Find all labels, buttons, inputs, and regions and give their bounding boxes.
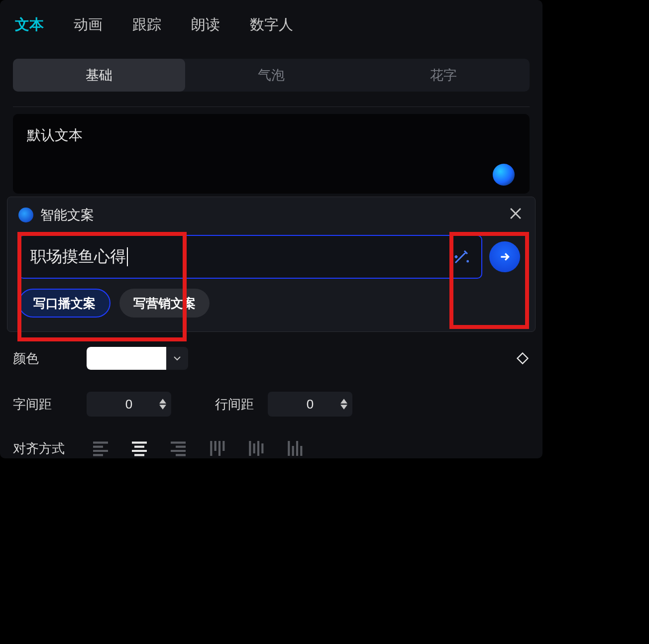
align-vertical-right-icon[interactable] bbox=[285, 438, 305, 458]
input-row: 职场摸鱼心得 bbox=[18, 235, 524, 279]
tab-track[interactable]: 跟踪 bbox=[132, 15, 161, 35]
top-tabs: 文本 动画 跟踪 朗读 数字人 bbox=[0, 0, 542, 47]
smart-copy-input[interactable]: 职场摸鱼心得 bbox=[18, 235, 482, 279]
align-right-icon[interactable] bbox=[168, 438, 188, 458]
align-vertical-left-icon[interactable] bbox=[207, 438, 227, 458]
color-dropdown-icon[interactable] bbox=[166, 347, 188, 370]
letter-spacing-value: 0 bbox=[125, 397, 132, 412]
text-input-area[interactable]: 默认文本 bbox=[13, 114, 530, 194]
sub-tabs: 基础 气泡 花字 bbox=[13, 59, 530, 92]
input-group: 职场摸鱼心得 写口播文案 写营销文案 bbox=[18, 235, 524, 318]
chip-marketing-copy[interactable]: 写营销文案 bbox=[119, 289, 210, 318]
tab-animation[interactable]: 动画 bbox=[74, 15, 103, 35]
close-icon[interactable] bbox=[507, 205, 524, 222]
properties-section: 颜色 字间距 0 行间距 0 bbox=[0, 332, 542, 458]
popover-title: 智能文案 bbox=[40, 206, 94, 224]
color-swatch-white bbox=[87, 347, 166, 370]
color-label: 颜色 bbox=[13, 350, 73, 367]
letter-spacing-input[interactable]: 0 bbox=[87, 392, 171, 417]
line-spacing-value: 0 bbox=[307, 397, 314, 412]
smart-copy-popover: 智能文案 职场摸鱼心得 bbox=[7, 197, 536, 332]
ai-orb-icon[interactable] bbox=[493, 164, 515, 186]
subtab-basic[interactable]: 基础 bbox=[13, 59, 185, 92]
align-left-icon[interactable] bbox=[91, 438, 110, 458]
magic-wand-icon[interactable] bbox=[452, 248, 470, 266]
input-text: 职场摸鱼心得 bbox=[30, 246, 126, 268]
subtab-fancy[interactable]: 花字 bbox=[357, 59, 530, 92]
color-row: 颜色 bbox=[13, 347, 530, 370]
line-spacing-input[interactable]: 0 bbox=[268, 392, 352, 417]
popover-header: 智能文案 bbox=[18, 206, 524, 224]
tab-digital[interactable]: 数字人 bbox=[250, 15, 293, 35]
align-icons bbox=[91, 438, 305, 458]
divider bbox=[13, 107, 530, 107]
align-label: 对齐方式 bbox=[13, 440, 73, 457]
chip-row: 写口播文案 写营销文案 bbox=[18, 289, 524, 318]
ai-dot-icon bbox=[18, 208, 33, 222]
stepper-arrows-icon[interactable] bbox=[159, 399, 166, 410]
align-vertical-center-icon[interactable] bbox=[246, 438, 266, 458]
tab-read[interactable]: 朗读 bbox=[191, 15, 220, 35]
spacing-row: 字间距 0 行间距 0 bbox=[13, 392, 530, 417]
default-text: 默认文本 bbox=[27, 127, 83, 143]
keyframe-diamond-icon[interactable] bbox=[516, 351, 530, 365]
letter-spacing-label: 字间距 bbox=[13, 396, 73, 413]
submit-button[interactable] bbox=[489, 241, 520, 272]
line-spacing-label: 行间距 bbox=[215, 396, 254, 413]
color-picker[interactable] bbox=[87, 347, 188, 370]
align-row: 对齐方式 bbox=[13, 438, 530, 458]
align-center-icon[interactable] bbox=[129, 438, 149, 458]
text-cursor bbox=[127, 247, 128, 266]
chip-script-copy[interactable]: 写口播文案 bbox=[18, 289, 110, 318]
subtab-bubble[interactable]: 气泡 bbox=[185, 59, 357, 92]
stepper-arrows-icon[interactable] bbox=[340, 399, 347, 410]
text-panel: 文本 动画 跟踪 朗读 数字人 基础 气泡 花字 默认文本 智能文案 职场摸鱼心… bbox=[0, 0, 542, 458]
tab-text[interactable]: 文本 bbox=[15, 15, 44, 35]
